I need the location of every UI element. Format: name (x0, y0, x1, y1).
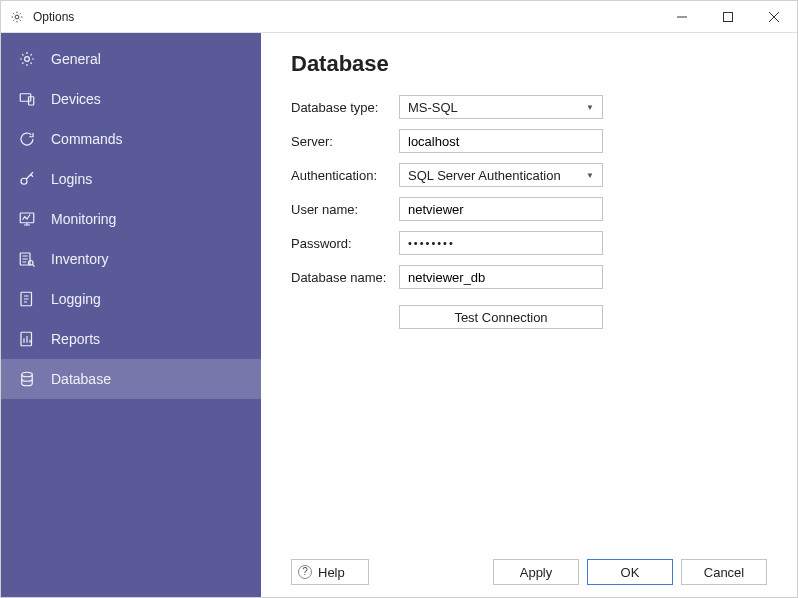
refresh-icon (17, 129, 37, 149)
sidebar-item-label: Database (51, 371, 111, 387)
svg-point-8 (21, 178, 27, 184)
svg-point-0 (15, 15, 19, 19)
reports-icon (17, 329, 37, 349)
test-connection-label: Test Connection (454, 310, 547, 325)
sidebar-item-label: Inventory (51, 251, 109, 267)
ok-button[interactable]: OK (587, 559, 673, 585)
user-name-input[interactable] (399, 197, 603, 221)
label-password: Password: (291, 236, 399, 251)
database-type-value: MS-SQL (408, 100, 458, 115)
minimize-button[interactable] (659, 1, 705, 33)
sidebar-item-monitoring[interactable]: Monitoring (1, 199, 261, 239)
sidebar-item-label: Logging (51, 291, 101, 307)
help-label: Help (318, 565, 345, 580)
chevron-down-icon: ▼ (586, 103, 594, 112)
svg-rect-13 (21, 332, 32, 346)
dialog-footer: ? Help Apply OK Cancel (291, 549, 767, 585)
svg-point-14 (22, 372, 33, 377)
sidebar: General Devices Commands Logins (1, 33, 261, 597)
close-button[interactable] (751, 1, 797, 33)
maximize-button[interactable] (705, 1, 751, 33)
sidebar-item-label: Commands (51, 131, 123, 147)
cancel-button[interactable]: Cancel (681, 559, 767, 585)
ok-label: OK (621, 565, 640, 580)
help-button[interactable]: ? Help (291, 559, 369, 585)
sidebar-item-inventory[interactable]: Inventory (1, 239, 261, 279)
gear-outline-icon (17, 49, 37, 69)
database-form: Database type: MS-SQL ▼ Server: Authenti… (291, 95, 767, 329)
label-database-name: Database name: (291, 270, 399, 285)
sidebar-item-label: Monitoring (51, 211, 116, 227)
label-server: Server: (291, 134, 399, 149)
monitor-chart-icon (17, 209, 37, 229)
svg-rect-6 (20, 94, 31, 102)
test-connection-button[interactable]: Test Connection (399, 305, 603, 329)
sidebar-item-label: Logins (51, 171, 92, 187)
help-icon: ? (298, 565, 312, 579)
titlebar-controls (659, 1, 797, 33)
sidebar-item-logging[interactable]: Logging (1, 279, 261, 319)
label-database-type: Database type: (291, 100, 399, 115)
password-input[interactable]: •••••••• (399, 231, 603, 255)
sidebar-item-general[interactable]: General (1, 39, 261, 79)
cancel-label: Cancel (704, 565, 744, 580)
sidebar-item-logins[interactable]: Logins (1, 159, 261, 199)
svg-point-5 (25, 57, 30, 62)
database-name-input[interactable] (399, 265, 603, 289)
chevron-down-icon: ▼ (586, 171, 594, 180)
sidebar-item-label: Reports (51, 331, 100, 347)
label-authentication: Authentication: (291, 168, 399, 183)
key-icon (17, 169, 37, 189)
sidebar-item-reports[interactable]: Reports (1, 319, 261, 359)
sidebar-item-label: General (51, 51, 101, 67)
database-icon (17, 369, 37, 389)
svg-rect-9 (20, 213, 34, 223)
sidebar-item-label: Devices (51, 91, 101, 107)
apply-button[interactable]: Apply (493, 559, 579, 585)
apply-label: Apply (520, 565, 553, 580)
titlebar: Options (1, 1, 797, 33)
log-icon (17, 289, 37, 309)
svg-rect-2 (724, 12, 733, 21)
devices-icon (17, 89, 37, 109)
label-user-name: User name: (291, 202, 399, 217)
database-type-select[interactable]: MS-SQL ▼ (399, 95, 603, 119)
list-search-icon (17, 249, 37, 269)
window-title: Options (33, 10, 74, 24)
authentication-value: SQL Server Authentication (408, 168, 561, 183)
main-panel: Database Database type: MS-SQL ▼ Server:… (261, 33, 797, 597)
gear-icon (9, 9, 25, 25)
svg-point-11 (29, 261, 34, 266)
sidebar-item-devices[interactable]: Devices (1, 79, 261, 119)
server-input[interactable] (399, 129, 603, 153)
sidebar-item-commands[interactable]: Commands (1, 119, 261, 159)
authentication-select[interactable]: SQL Server Authentication ▼ (399, 163, 603, 187)
password-mask: •••••••• (408, 237, 455, 249)
sidebar-item-database[interactable]: Database (1, 359, 261, 399)
page-title: Database (291, 51, 767, 77)
options-window: Options General (0, 0, 798, 598)
